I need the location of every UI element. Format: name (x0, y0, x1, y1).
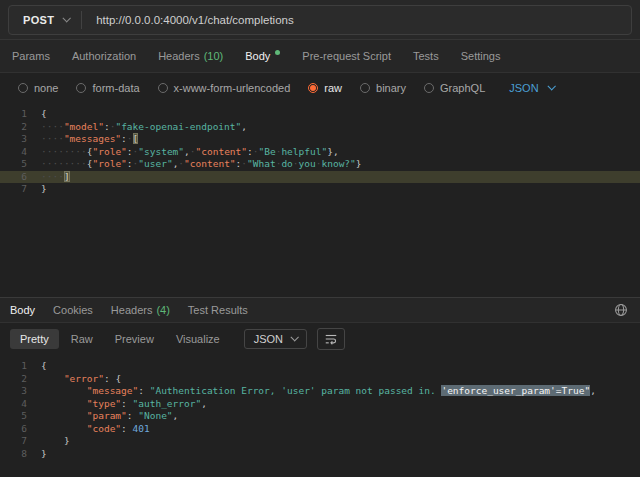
code-line-content: ····"model":·"fake-openai-endpoint", (27, 121, 247, 132)
line-number: 3 (0, 385, 27, 398)
code-line: 3····"messages":·[ (0, 133, 640, 146)
code-line-content: { (27, 108, 47, 119)
radio-icon (18, 83, 28, 93)
code-token: "role" (93, 146, 127, 157)
code-line: 1{ (0, 360, 640, 373)
bodytype-urlencoded[interactable]: x-www-form-urlencoded (158, 82, 291, 94)
code-line: 4········{"role":·"system",·"content":·"… (0, 146, 640, 159)
line-number: 3 (0, 133, 27, 146)
radio-selected-icon (308, 83, 318, 93)
response-tab-headers[interactable]: Headers (4) (111, 304, 170, 316)
response-format-selector[interactable]: JSON (244, 329, 307, 349)
response-toolbar: Pretty Raw Preview Visualize JSON (0, 323, 640, 355)
code-token (41, 423, 87, 434)
code-token: "fake-openai-endpoint" (115, 121, 241, 132)
code-token: ········ (41, 158, 87, 169)
code-token (41, 385, 87, 396)
code-token: } (356, 158, 362, 169)
code-token: ···· (41, 133, 64, 144)
tab-label: Headers (158, 50, 200, 62)
code-token: { (41, 360, 47, 371)
bodytype-none[interactable]: none (18, 82, 58, 94)
code-token: [ (133, 133, 139, 144)
view-raw-button[interactable]: Raw (61, 329, 103, 349)
code-token: : (127, 410, 138, 421)
code-token: "param" (87, 410, 127, 421)
tab-tests[interactable]: Tests (413, 50, 439, 62)
code-token: "None" (138, 410, 172, 421)
view-visualize-button[interactable]: Visualize (166, 329, 230, 349)
view-pretty-button[interactable]: Pretty (10, 329, 59, 349)
code-token: "code" (87, 423, 121, 434)
code-line-content: "param": "None", (27, 410, 178, 421)
response-tab-test-results[interactable]: Test Results (188, 304, 248, 316)
code-token: 401 (133, 423, 150, 434)
radio-icon (158, 83, 168, 93)
tab-label: Headers (111, 304, 153, 316)
response-tab-body[interactable]: Body (10, 304, 35, 316)
line-number: 2 (0, 121, 27, 134)
radio-icon (424, 83, 434, 93)
code-line-content: { (27, 360, 47, 371)
code-line: 7 } (0, 435, 640, 448)
wrap-lines-button[interactable] (317, 328, 345, 350)
method-selector[interactable]: POST (9, 6, 79, 34)
code-line: 6····] (0, 171, 640, 184)
code-token: you (299, 158, 316, 169)
tab-count: (10) (204, 50, 224, 62)
code-token: do (281, 158, 292, 169)
line-number: 5 (0, 158, 27, 171)
chevron-down-icon (291, 333, 299, 341)
tab-settings[interactable]: Settings (461, 50, 501, 62)
code-token: : (121, 423, 132, 434)
code-token (41, 435, 64, 446)
line-number: 7 (0, 183, 27, 196)
code-token: know?" (321, 158, 355, 169)
bodytype-raw[interactable]: raw (308, 82, 342, 94)
code-token: } (64, 435, 70, 446)
code-token: "Be (258, 146, 275, 157)
code-token (41, 398, 87, 409)
code-token: "message" (87, 385, 138, 396)
view-preview-button[interactable]: Preview (105, 329, 164, 349)
line-number: 6 (0, 171, 27, 184)
request-body-editor[interactable]: 1{2····"model":·"fake-openai-endpoint",3… (0, 103, 640, 297)
radio-label: none (34, 82, 58, 94)
code-token (41, 373, 64, 384)
line-number: 5 (0, 410, 27, 423)
url-container: POST http://0.0.0.0:4000/v1/chat/complet… (8, 5, 632, 35)
code-token: , (201, 398, 207, 409)
wrap-lines-icon (324, 332, 338, 346)
code-token: "type" (87, 398, 121, 409)
radio-icon (76, 83, 86, 93)
code-token: } (41, 448, 47, 459)
code-line: 8} (0, 448, 640, 461)
bodytype-graphql[interactable]: GraphQL (424, 82, 485, 94)
code-line-content: "type": "auth_error", (27, 398, 207, 409)
code-line: 2····"model":·"fake-openai-endpoint", (0, 121, 640, 134)
network-globe-icon[interactable] (612, 301, 630, 319)
bodytype-binary[interactable]: binary (360, 82, 406, 94)
response-tabs: Body Cookies Headers (4) Test Results (0, 297, 640, 323)
code-line: 2 "error": { (0, 373, 640, 386)
url-input[interactable]: http://0.0.0.0:4000/v1/chat/completions (84, 14, 631, 26)
tab-count: (4) (156, 304, 169, 316)
code-line-content: } (27, 183, 47, 194)
bodytype-form-data[interactable]: form-data (76, 82, 139, 94)
tab-headers[interactable]: Headers (10) (158, 50, 223, 62)
code-token: ········ (41, 146, 87, 157)
tab-prerequest-script[interactable]: Pre-request Script (302, 50, 391, 62)
line-number: 8 (0, 448, 27, 461)
tab-params[interactable]: Params (12, 50, 50, 62)
response-view-switcher: Pretty Raw Preview Visualize (10, 329, 230, 349)
code-token: , (173, 410, 179, 421)
body-format-selector[interactable]: JSON (509, 82, 553, 94)
response-body-editor[interactable]: 1{2 "error": {3 "message": "Authenticati… (0, 355, 640, 460)
tab-authorization[interactable]: Authorization (72, 50, 136, 62)
chevron-down-icon (547, 82, 555, 90)
code-token: }, (327, 146, 338, 157)
tab-body[interactable]: Body (245, 50, 280, 62)
code-token: : (121, 398, 132, 409)
response-tab-cookies[interactable]: Cookies (53, 304, 93, 316)
code-token: "Authentication Error, 'user' param not … (150, 385, 442, 396)
